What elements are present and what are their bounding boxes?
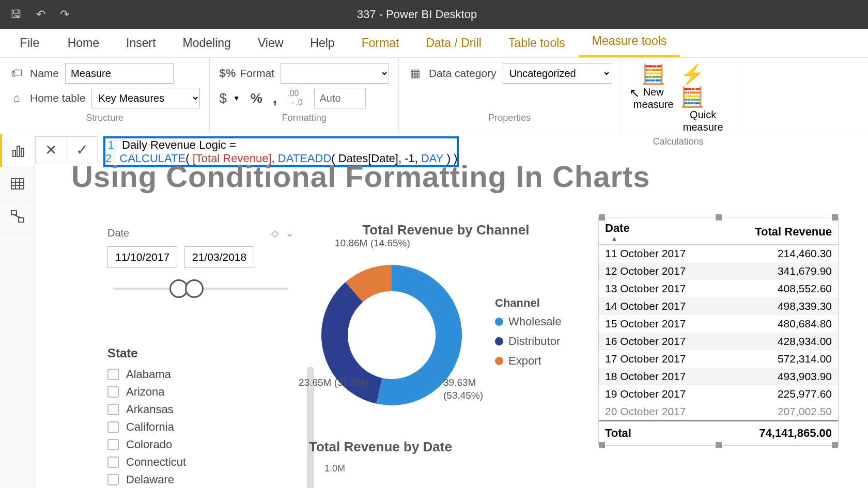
table-row[interactable]: 17 October 2017572,314.00 — [599, 350, 838, 368]
checkbox[interactable] — [107, 474, 119, 485]
bar-chart[interactable]: Total Revenue by Date 1.0M — [309, 439, 567, 474]
bar-chart-icon — [11, 143, 26, 159]
state-item[interactable]: California — [107, 418, 299, 436]
undo-icon[interactable]: ↶ — [36, 8, 45, 21]
tab-data-drill[interactable]: Data / Drill — [413, 29, 495, 57]
save-icon[interactable]: 🖫 — [10, 8, 22, 21]
new-measure-button[interactable]: 🧮 New measure — [630, 63, 677, 133]
checkbox[interactable] — [107, 421, 119, 433]
name-input[interactable] — [65, 63, 174, 84]
comma-button[interactable]: , — [273, 89, 277, 107]
sort-asc-icon: ▲ — [605, 235, 715, 242]
quick-measure-button[interactable]: ⚡🧮 Quick measure — [680, 63, 726, 133]
svg-rect-2 — [21, 148, 24, 156]
tab-file[interactable]: File — [5, 28, 54, 57]
total-value: 74,141,865.00 — [721, 421, 838, 445]
checkbox[interactable] — [107, 439, 119, 450]
checkbox[interactable] — [107, 369, 119, 380]
data-category-select[interactable]: Uncategorized — [503, 63, 611, 84]
checkbox[interactable] — [107, 386, 119, 398]
col-header-revenue[interactable]: Total Revenue — [721, 217, 838, 245]
svg-rect-8 — [11, 211, 17, 215]
tab-modeling[interactable]: Modeling — [169, 29, 244, 57]
home-icon: ⌂ — [9, 91, 24, 105]
ribbon-group-formatting: $% Format $ ▼ % , .00→.0 Formatting — [210, 58, 399, 134]
tab-insert[interactable]: Insert — [113, 29, 169, 57]
resize-handle[interactable] — [832, 442, 838, 448]
home-table-select[interactable]: Key Measures — [91, 88, 200, 108]
table-row[interactable]: 16 October 2017428,934.00 — [599, 333, 838, 350]
tab-format[interactable]: Format — [348, 29, 413, 57]
slider-thumb-end[interactable] — [185, 279, 204, 298]
checkbox[interactable] — [107, 404, 119, 415]
resize-handle[interactable] — [599, 214, 605, 221]
decimal-places-input[interactable] — [314, 88, 366, 108]
donut-title: Total Revenue by Channel — [304, 222, 588, 238]
report-canvas[interactable]: Using Conditional Formatting In Charts D… — [35, 160, 868, 488]
lightning-calculator-icon: ⚡🧮 — [680, 63, 726, 108]
resize-handle[interactable] — [832, 214, 838, 221]
state-slicer[interactable]: State AlabamaArizonaArkansasCaliforniaCo… — [107, 346, 299, 488]
bar-chart-title: Total Revenue by Date — [309, 439, 567, 455]
col-header-date[interactable]: Date▲ — [599, 217, 721, 245]
name-label: Name — [30, 67, 59, 80]
state-item[interactable]: Arizona — [107, 383, 299, 401]
chevron-down-icon[interactable]: ⌄ — [286, 228, 293, 239]
svg-rect-0 — [13, 150, 16, 156]
titlebar: 🖫 ↶ ↷ 337 - Power BI Desktop — [0, 0, 868, 29]
format-select[interactable] — [281, 63, 389, 84]
date-end-input[interactable]: 21/03/2018 — [184, 246, 254, 268]
data-view-button[interactable] — [0, 167, 35, 200]
state-item[interactable]: Alabama — [107, 366, 299, 383]
cancel-formula-button[interactable]: ✕ — [36, 137, 67, 163]
table-row[interactable]: 15 October 2017480,684.80 — [599, 315, 838, 333]
tab-measure-tools[interactable]: Measure tools — [579, 27, 680, 57]
state-item[interactable]: Connecticut — [107, 453, 299, 471]
table-row[interactable]: 14 October 2017498,339.30 — [599, 297, 838, 315]
currency-button[interactable]: $ — [219, 90, 226, 106]
state-item[interactable]: Arkansas — [107, 401, 299, 418]
formula-line-1: Daily Revenue Logic = — [118, 138, 236, 152]
model-view-button[interactable] — [0, 200, 35, 233]
state-item[interactable]: Colorado — [107, 436, 299, 453]
date-start-input[interactable]: 11/10/2017 — [107, 246, 177, 268]
donut-label-export: 10.86M (14.65%) — [335, 237, 410, 250]
table-row[interactable]: 12 October 2017341,679.90 — [599, 262, 838, 280]
redo-icon[interactable]: ↷ — [60, 8, 69, 21]
resize-handle[interactable] — [599, 442, 605, 448]
percent-button[interactable]: % — [251, 90, 262, 106]
chevron-down-icon[interactable]: ▼ — [233, 94, 240, 102]
decimals-button[interactable]: .00→.0 — [287, 89, 302, 107]
donut-label-distributor: 23.65M (31.9%) — [299, 376, 368, 389]
table-row[interactable]: 13 October 2017408,552.60 — [599, 280, 838, 297]
date-slider[interactable] — [107, 277, 293, 300]
table-row[interactable]: 19 October 2017225,977.60 — [599, 385, 838, 403]
group-label-calculations: Calculations — [653, 136, 704, 147]
state-slicer-label: State — [107, 346, 299, 360]
date-slicer[interactable]: Date ◇ ⌄ 11/10/2017 21/03/2018 — [107, 227, 293, 300]
format-label: Format — [240, 67, 274, 80]
home-table-label: Home table — [30, 92, 85, 104]
group-label-properties: Properties — [408, 113, 611, 123]
revenue-table[interactable]: Date▲ Total Revenue 11 October 2017214,4… — [598, 217, 839, 446]
svg-line-10 — [14, 215, 21, 218]
tab-view[interactable]: View — [244, 29, 297, 57]
table-row[interactable]: 18 October 2017493,903.90 — [599, 368, 838, 385]
eraser-icon[interactable]: ◇ — [271, 228, 278, 239]
donut-svg: 10.86M (14.65%) 23.65M (31.9%) 39.63M (5… — [304, 247, 479, 423]
legend-dot — [495, 337, 503, 345]
resize-handle[interactable] — [716, 442, 722, 448]
state-item[interactable]: Delaware — [107, 471, 299, 488]
donut-chart[interactable]: Total Revenue by Channel 10.86M (14.65%)… — [304, 222, 588, 423]
report-view-button[interactable] — [0, 134, 35, 167]
resize-handle[interactable] — [716, 214, 722, 221]
checkbox[interactable] — [107, 456, 119, 468]
group-label-structure: Structure — [9, 113, 200, 123]
table-row[interactable]: 11 October 2017214,460.30 — [599, 245, 838, 263]
tab-home[interactable]: Home — [54, 29, 113, 57]
tab-help[interactable]: Help — [297, 29, 348, 57]
total-label: Total — [599, 421, 721, 445]
tab-table-tools[interactable]: Table tools — [495, 29, 579, 57]
donut-legend: Channel Wholesale Distributor Export — [495, 296, 562, 374]
table-icon — [10, 176, 25, 192]
